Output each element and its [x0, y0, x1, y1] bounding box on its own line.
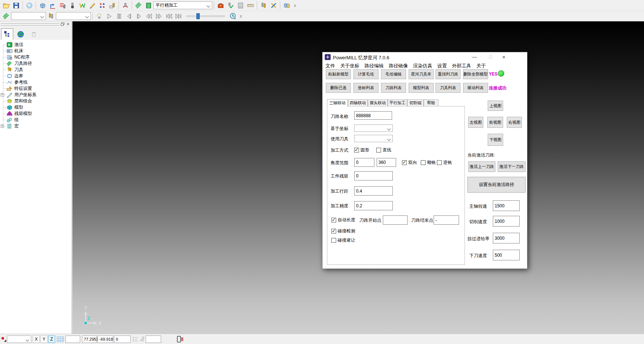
panel-float-icon[interactable]	[60, 22, 65, 27]
base-coord-dropdown[interactable]	[354, 124, 393, 132]
maximize-button[interactable]: □	[487, 54, 495, 60]
speed-slider-handle[interactable]	[196, 13, 200, 19]
toolpath-dropdown[interactable]	[11, 12, 46, 20]
toolbar-close-icon[interactable]: x	[238, 14, 244, 19]
checkbox-checked-icon[interactable]	[402, 160, 407, 165]
play-icon[interactable]	[104, 12, 114, 21]
delete-all-models-button[interactable]: 删除全部模型	[463, 69, 488, 79]
fast-forward-icon[interactable]	[154, 12, 164, 21]
skip-end-icon[interactable]	[174, 12, 184, 21]
tab-3axis[interactable]: 三轴联动	[327, 99, 348, 107]
cylinders-icon[interactable]	[282, 1, 292, 10]
view-bottom-button[interactable]: 下视图	[488, 134, 503, 146]
collision-tool-icon[interactable]	[120, 1, 130, 10]
grid-snap-icon[interactable]	[56, 336, 64, 343]
shaded-view-icon[interactable]	[24, 1, 34, 10]
cursor-z-field[interactable]: 0	[114, 336, 131, 343]
cursor-y-field[interactable]: -69.918	[97, 336, 113, 343]
clipboard-pause-icon[interactable]	[176, 336, 184, 343]
drive-list-button[interactable]: 驱动列表	[463, 83, 488, 93]
checkbox-checked-icon[interactable]	[354, 148, 359, 152]
toolbox-icon[interactable]	[216, 1, 225, 10]
menu-file[interactable]: 文件	[325, 62, 336, 70]
activate-next-toolpath-button[interactable]: 激活下一刀路	[498, 161, 526, 172]
mode-circle-checkbox[interactable]: 圆形	[354, 147, 369, 153]
view-front-button[interactable]: 前视图	[487, 117, 503, 128]
view-left-button[interactable]: 左视图	[468, 117, 483, 128]
end-point-input[interactable]	[434, 215, 459, 225]
toolpath-list-button[interactable]: 刀路列表	[381, 83, 406, 93]
checkbox-checked-icon[interactable]	[331, 229, 336, 234]
view-top-button[interactable]: 上视图	[488, 101, 503, 111]
menu-coords[interactable]: 关于坐标	[339, 62, 360, 70]
cursor-x-field[interactable]: 77.2951	[82, 336, 97, 343]
view-right-button[interactable]: 右视图	[507, 117, 522, 128]
auto-length-checkbox[interactable]: 自动长度	[331, 217, 355, 223]
step-forward-icon[interactable]	[134, 12, 144, 21]
nc-program-icon[interactable]	[57, 1, 67, 10]
minimize-button[interactable]: —	[470, 54, 478, 60]
strategy-dropdown[interactable]: 平行精加工	[153, 1, 212, 9]
menu-about[interactable]: 关于	[476, 62, 487, 70]
boundary-icon[interactable]	[77, 1, 87, 10]
save-icon[interactable]	[11, 1, 21, 10]
menu-settings[interactable]: 设置	[437, 62, 448, 70]
tool-dropdown[interactable]	[56, 12, 91, 20]
tree-item-feature-sets[interactable]: 特征设置	[7, 85, 71, 92]
checkbox-unchecked-icon[interactable]	[376, 148, 381, 152]
angle-to-input[interactable]	[377, 158, 396, 167]
conventional-mill-checkbox[interactable]: 逆铣	[437, 159, 452, 166]
checkbox-unchecked-icon[interactable]	[331, 238, 336, 243]
calc-stock-button[interactable]: 计算毛坯	[353, 69, 378, 79]
tab-explorer-trash[interactable]	[28, 28, 40, 40]
angle-from-input[interactable]	[354, 158, 374, 167]
skim-feed-input[interactable]	[493, 233, 520, 243]
tab-head-tilt[interactable]: 摆头联动	[368, 99, 388, 106]
grid-size-field[interactable]	[65, 336, 80, 343]
toolbar-close-icon[interactable]: x	[292, 3, 298, 8]
points-icon[interactable]	[97, 1, 107, 10]
activate-prev-toolpath-button[interactable]: 激活上一刀路	[468, 161, 495, 172]
paste-new-model-button[interactable]: 粘贴新模型	[326, 69, 351, 79]
tab-help[interactable]: 帮助	[424, 99, 438, 106]
statusbar-info-field[interactable]	[146, 336, 161, 343]
rearrange-toolpaths-button[interactable]: 重排列刀路	[435, 69, 460, 79]
block-icon[interactable]	[38, 1, 47, 10]
powermill-icon[interactable]	[134, 1, 143, 10]
use-tool-dropdown[interactable]	[354, 135, 393, 142]
tree-item-levels[interactable]: 层和组合	[7, 98, 71, 104]
expand-icon[interactable]: +	[1, 93, 4, 96]
axis-y-button[interactable]: Y	[40, 336, 47, 343]
tree-item-patterns[interactable]: 参考线	[7, 79, 71, 85]
panel-drag-grip[interactable]: ✕	[0, 21, 72, 27]
record-indicator-icon[interactable]	[1, 336, 6, 343]
tab-parallel[interactable]: 平行加工	[388, 99, 407, 106]
axis-x-button[interactable]: X	[33, 336, 40, 343]
edit-stock-button[interactable]: 毛坯编辑	[381, 69, 406, 79]
bidirectional-checkbox[interactable]: 双向	[402, 159, 417, 166]
speed-slider[interactable]	[186, 15, 225, 17]
tool-list-button[interactable]: 刀具列表	[435, 83, 460, 93]
open-file-icon[interactable]	[1, 1, 11, 10]
tool-library-button[interactable]: 星河刀具库	[409, 69, 434, 79]
tool-check-icon[interactable]	[225, 1, 235, 10]
mode-line-checkbox[interactable]: 直线	[376, 147, 391, 153]
collision-avoid-checkbox[interactable]: 碰撞避让	[331, 237, 355, 243]
checkbox-unchecked-icon[interactable]	[437, 160, 442, 165]
set-active-path-button[interactable]: 设置当前激活路径	[467, 177, 526, 193]
rewind-icon[interactable]	[144, 12, 154, 21]
climb-mill-checkbox[interactable]: 顺铣	[421, 159, 436, 166]
expand-icon[interactable]: +	[1, 124, 4, 128]
spindle-speed-input[interactable]	[493, 200, 520, 211]
stepover-input[interactable]	[354, 186, 393, 196]
feature-set-icon[interactable]	[107, 1, 117, 10]
coord-list-icon[interactable]	[132, 336, 139, 343]
delete-selected-button[interactable]: 删除已选	[326, 83, 351, 93]
calculator-icon[interactable]	[235, 1, 245, 10]
tree-item-machine[interactable]: 机床	[7, 48, 71, 54]
statusbar-dropdown[interactable]	[7, 336, 31, 343]
tree-item-activate[interactable]: 激活	[7, 42, 71, 48]
axis-z-button[interactable]: Z	[48, 336, 55, 343]
ruler-icon[interactable]	[245, 1, 255, 10]
skip-start-icon[interactable]	[164, 12, 174, 21]
